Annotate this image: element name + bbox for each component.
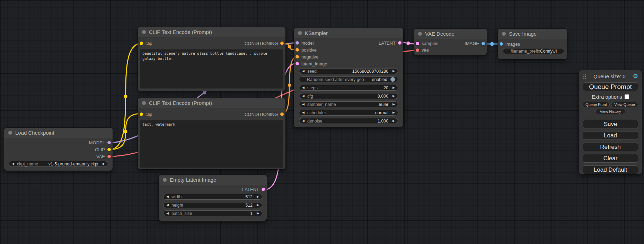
- extra-options-checkbox[interactable]: [625, 94, 629, 99]
- stepper-left-icon[interactable]: ◀: [166, 195, 169, 198]
- stepper-right-icon[interactable]: ▶: [392, 119, 395, 123]
- link-dot: [288, 45, 291, 48]
- widget-scheduler[interactable]: ◀ scheduler normal ▶: [299, 110, 398, 116]
- stepper-left-icon[interactable]: ◀: [302, 103, 305, 106]
- queue-front-button[interactable]: Queue Front: [583, 102, 610, 107]
- link-dot: [124, 130, 127, 133]
- input-label: latent_image: [301, 61, 327, 66]
- graph-canvas[interactable]: { "colors": { "model": "#B39DDB", "clip"…: [0, 0, 644, 244]
- widget-denoise[interactable]: ◀ denoise 1.000 ▶: [299, 118, 398, 124]
- input-port-clip[interactable]: [140, 112, 143, 116]
- output-port-clip[interactable]: [107, 148, 111, 151]
- widget-height[interactable]: ◀ height 512 ▶: [163, 202, 262, 208]
- save-button[interactable]: Save: [583, 120, 638, 128]
- input-label: clip: [145, 112, 152, 117]
- load-button[interactable]: Load: [583, 131, 638, 140]
- input-label: model: [301, 40, 314, 46]
- stepper-left-icon[interactable]: ◀: [12, 162, 14, 165]
- collapse-dot-icon[interactable]: [142, 101, 146, 105]
- node-titlebar[interactable]: Load Checkpoint: [4, 128, 113, 138]
- toggle-circle-icon[interactable]: [390, 77, 395, 82]
- node-titlebar[interactable]: KSampler: [294, 28, 403, 38]
- input-label: negative: [301, 54, 318, 60]
- queue-prompt-button[interactable]: Queue Prompt: [583, 82, 638, 91]
- stepper-left-icon[interactable]: ◀: [302, 86, 305, 89]
- clear-button[interactable]: Clear: [583, 154, 638, 163]
- node-clip-text-encode-positive: CLIP Text Encode (Prompt) clip CONDITION…: [138, 27, 285, 91]
- input-port-vae[interactable]: [416, 48, 419, 52]
- input-port-negative[interactable]: [295, 55, 299, 58]
- output-port-vae[interactable]: [107, 155, 111, 158]
- prompt-textarea[interactable]: text, watermark: [140, 120, 283, 168]
- widget-sampler-name[interactable]: ◀ sampler_name euler ▶: [299, 101, 398, 107]
- widget-steps[interactable]: ◀ steps 20 ▶: [299, 85, 398, 91]
- stepper-right-icon[interactable]: ▶: [257, 195, 259, 198]
- node-titlebar[interactable]: Save Image: [498, 29, 567, 39]
- input-label: vae: [422, 47, 429, 53]
- stepper-left-icon[interactable]: ◀: [166, 204, 169, 207]
- node-title: CLIP Text Encode (Prompt): [149, 100, 212, 106]
- stepper-left-icon[interactable]: ◀: [302, 111, 305, 114]
- widget-batch-size[interactable]: ◀ batch_size 1 ▶: [163, 210, 262, 216]
- stepper-left-icon[interactable]: ◀: [302, 70, 305, 73]
- input-label: samples: [422, 41, 438, 46]
- node-titlebar[interactable]: CLIP Text Encode (Prompt): [138, 98, 285, 108]
- output-label: CLIP: [95, 147, 105, 152]
- input-port-images[interactable]: [500, 42, 503, 46]
- link-dot: [288, 83, 291, 87]
- collapse-dot-icon[interactable]: [502, 32, 506, 36]
- input-label: images: [505, 42, 520, 47]
- node-titlebar[interactable]: Empty Latent Image: [159, 175, 267, 185]
- node-titlebar[interactable]: VAE Decode: [414, 29, 487, 39]
- input-port-latent-image[interactable]: [295, 62, 299, 65]
- view-queue-button[interactable]: View Queue: [611, 102, 638, 107]
- stepper-right-icon[interactable]: ▶: [392, 86, 395, 89]
- widget-seed[interactable]: ◀ seed 156680208700286 ▶: [299, 68, 398, 74]
- widget-ckpt-name[interactable]: ◀ ckpt_name v1-5-pruned-emaonly.ckpt ▶: [9, 161, 108, 167]
- output-port-image[interactable]: [482, 42, 485, 45]
- output-port-model[interactable]: [107, 141, 111, 144]
- collapse-dot-icon[interactable]: [8, 131, 12, 135]
- output-label: VAE: [96, 154, 105, 159]
- collapse-dot-icon[interactable]: [163, 178, 167, 182]
- stepper-right-icon[interactable]: ▶: [392, 94, 395, 98]
- node-empty-latent-image: Empty Latent Image LATENT ◀ width 512 ▶ …: [159, 175, 267, 221]
- widget-cfg[interactable]: ◀ cfg 8.000 ▶: [299, 93, 398, 99]
- output-port-latent[interactable]: [398, 41, 402, 45]
- stepper-left-icon[interactable]: ◀: [166, 212, 169, 215]
- input-port-model[interactable]: [295, 41, 299, 45]
- view-history-button[interactable]: View History: [596, 109, 625, 114]
- widget-filename-prefix[interactable]: filename_prefix ComfyUI: [503, 48, 564, 54]
- node-title: Empty Latent Image: [170, 177, 216, 183]
- stepper-right-icon[interactable]: ▶: [103, 162, 105, 165]
- node-title: Save Image: [509, 31, 537, 37]
- load-default-button[interactable]: Load Default: [583, 165, 638, 174]
- stepper-right-icon[interactable]: ▶: [392, 103, 395, 106]
- node-titlebar[interactable]: CLIP Text Encode (Prompt): [138, 27, 285, 37]
- input-port-clip[interactable]: [140, 42, 143, 45]
- collapse-dot-icon[interactable]: [142, 30, 146, 34]
- output-port-conditioning[interactable]: [280, 112, 284, 116]
- input-label: positive: [301, 47, 317, 53]
- output-label: CONDITIONING: [245, 112, 278, 117]
- output-port-latent[interactable]: [262, 188, 265, 191]
- stepper-right-icon[interactable]: ▶: [257, 204, 259, 207]
- stepper-left-icon[interactable]: ◀: [302, 94, 305, 98]
- stepper-right-icon[interactable]: ▶: [392, 111, 395, 114]
- stepper-right-icon[interactable]: ▶: [257, 212, 259, 215]
- stepper-left-icon[interactable]: ◀: [302, 119, 305, 123]
- collapse-dot-icon[interactable]: [418, 32, 422, 36]
- collapse-dot-icon[interactable]: [298, 31, 302, 35]
- prompt-textarea[interactable]: beautiful scenery nature glass bottle la…: [140, 49, 283, 89]
- node-vae-decode: VAE Decode samples IMAGE vae: [414, 29, 487, 55]
- node-save-image: Save Image images filename_prefix ComfyU…: [498, 29, 567, 59]
- stepper-right-icon[interactable]: ▶: [392, 70, 395, 73]
- widget-width[interactable]: ◀ width 512 ▶: [163, 194, 262, 200]
- settings-gear-icon[interactable]: ⚙: [633, 73, 638, 79]
- widget-random-seed-toggle[interactable]: Random seed after every gen enabled: [299, 76, 398, 82]
- drag-handle-icon[interactable]: [583, 74, 586, 79]
- refresh-button[interactable]: Refresh: [583, 143, 638, 151]
- output-port-conditioning[interactable]: [280, 42, 284, 45]
- input-port-positive[interactable]: [295, 48, 299, 52]
- input-port-samples[interactable]: [416, 42, 419, 45]
